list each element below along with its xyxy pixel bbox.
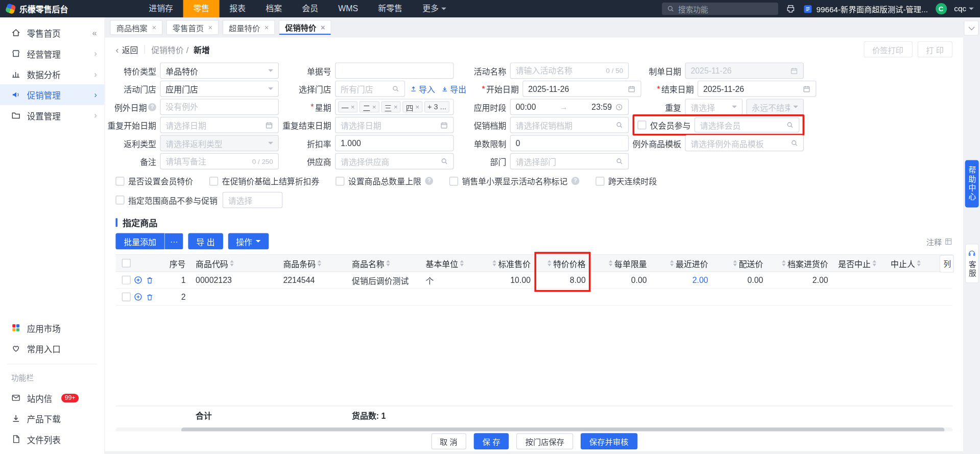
column-settings-button[interactable]: 列 bbox=[940, 255, 954, 272]
sort-icon[interactable] bbox=[917, 260, 920, 266]
export-button[interactable]: 导 出 bbox=[188, 233, 223, 250]
member-only-checkbox[interactable] bbox=[637, 121, 646, 129]
delete-row-icon[interactable] bbox=[146, 293, 154, 301]
member-picker[interactable]: 请选择会员 bbox=[695, 117, 800, 132]
sidebar-item-app-market[interactable]: 应用市场 bbox=[0, 318, 104, 338]
option-member-special[interactable]: 是否设置会员特价 bbox=[115, 175, 193, 187]
remove-icon[interactable]: × bbox=[351, 103, 355, 111]
order-limit-input[interactable] bbox=[516, 138, 624, 148]
col-special-price[interactable]: 特价价格 bbox=[536, 257, 591, 269]
doc-no-input[interactable] bbox=[341, 66, 448, 75]
remove-icon[interactable]: × bbox=[372, 103, 376, 111]
sidebar-item-downloads[interactable]: 产品下载 bbox=[0, 408, 104, 428]
company-selector[interactable]: 99664-新界面商超版测试-管理... bbox=[803, 3, 928, 15]
store-picker[interactable]: 所有门店 bbox=[335, 81, 405, 97]
sort-icon[interactable] bbox=[670, 260, 674, 266]
start-date-picker[interactable]: 2025-11-26 bbox=[522, 81, 641, 97]
sort-icon[interactable] bbox=[547, 260, 551, 266]
special-type-select[interactable]: 单品特价 bbox=[160, 62, 279, 79]
avatar[interactable]: C bbox=[936, 3, 947, 14]
sidebar-collapse-icon[interactable]: « bbox=[92, 28, 97, 37]
save-by-store-button[interactable]: 按门店保存 bbox=[517, 433, 573, 449]
checkbox[interactable] bbox=[115, 196, 124, 204]
sidebar-item-analytics[interactable]: 数据分析 › bbox=[0, 64, 104, 84]
sidebar-item-favorites[interactable]: 常用入口 bbox=[0, 338, 104, 359]
activity-store-select[interactable]: 应用门店 bbox=[160, 81, 279, 97]
col-barcode[interactable]: 商品条码 bbox=[278, 257, 347, 269]
remark-input[interactable] bbox=[165, 157, 249, 166]
help-center-button[interactable]: 帮助中心 bbox=[965, 160, 979, 207]
supplier-picker[interactable]: 请选择供应商 bbox=[335, 153, 454, 170]
note-toggle[interactable]: 注释 bbox=[926, 235, 952, 247]
sidebar-item-messages[interactable]: 站内信 99+ bbox=[0, 388, 104, 408]
weekday-more-tag[interactable]: + 3 ... bbox=[424, 101, 449, 112]
repeat-start-picker[interactable]: 请选择日期 bbox=[160, 117, 279, 133]
checkbox[interactable] bbox=[595, 177, 604, 185]
exception-template-picker[interactable]: 请选择例外商品模板 bbox=[685, 135, 804, 151]
checkbox[interactable] bbox=[209, 177, 218, 185]
exception-date-input[interactable] bbox=[165, 102, 273, 111]
batch-add-button[interactable]: 批量添加 bbox=[115, 233, 164, 250]
option-coupon-on-promo[interactable]: 在促销价基础上结算折扣券 bbox=[209, 175, 319, 187]
sort-icon[interactable] bbox=[609, 260, 612, 266]
sort-icon[interactable] bbox=[318, 260, 321, 266]
delete-row-icon[interactable] bbox=[146, 276, 154, 284]
sort-icon[interactable] bbox=[733, 260, 737, 266]
nav-item-more[interactable]: 更多 bbox=[413, 0, 457, 17]
option-qty-cap[interactable]: 设置商品总数量上限? bbox=[336, 175, 433, 187]
remove-icon[interactable]: × bbox=[415, 103, 419, 111]
import-link[interactable]: 导入 bbox=[410, 83, 435, 94]
discount-rate-input[interactable] bbox=[341, 138, 448, 148]
tab-list-button[interactable] bbox=[964, 20, 978, 35]
sidebar-item-settings[interactable]: 设置管理 › bbox=[0, 105, 104, 126]
repeat-end-picker[interactable]: 请选择日期 bbox=[335, 117, 454, 133]
rebate-type-select[interactable]: 请选择返利类型 bbox=[160, 135, 279, 151]
end-date-picker[interactable]: 2025-11-26 bbox=[698, 81, 817, 97]
table-row[interactable]: 2 bbox=[115, 289, 952, 305]
cell-special-price[interactable]: 8.00 bbox=[536, 275, 591, 284]
col-base-unit[interactable]: 基本单位 bbox=[421, 257, 479, 269]
sort-icon[interactable] bbox=[386, 260, 390, 266]
exclude-range-select[interactable]: 请选择 bbox=[223, 192, 282, 208]
app-logo[interactable]: 乐檬零售后台 bbox=[6, 3, 100, 15]
nav-item-newretail[interactable]: 新零售 bbox=[368, 0, 413, 17]
col-goods-code[interactable]: 商品代码 bbox=[190, 257, 278, 269]
tab-goods-archive[interactable]: 商品档案× bbox=[110, 20, 162, 35]
sort-icon[interactable] bbox=[460, 260, 464, 266]
col-archive-cost[interactable]: 档案进货价 bbox=[768, 257, 833, 269]
table-row[interactable]: 1 00002123 2214544 促销后调价测试 个 10.00 8.00 … bbox=[115, 272, 952, 289]
operate-button[interactable]: 操作 bbox=[228, 233, 269, 250]
back-button[interactable]: ‹ 返回 bbox=[115, 43, 138, 55]
sidebar-item-promotion[interactable]: 促销管理 › bbox=[0, 84, 104, 105]
nav-item-wms[interactable]: WMS bbox=[328, 0, 368, 17]
sidebar-item-files[interactable]: 文件列表 bbox=[0, 429, 104, 449]
weekday-multiselect[interactable]: 一× 二× 三× 四× + 3 ... bbox=[335, 99, 454, 115]
printer-icon[interactable] bbox=[785, 4, 796, 14]
price-tag-print-button[interactable]: 价签打印 bbox=[864, 41, 912, 58]
time-range-picker[interactable]: 00:00→23:59 bbox=[510, 99, 629, 115]
option-ticket-mark[interactable]: 销售单小票显示活动名称标记? bbox=[449, 175, 580, 187]
user-menu[interactable]: cqc bbox=[954, 5, 973, 13]
scrollbar-thumb[interactable] bbox=[181, 427, 944, 431]
col-suspended[interactable]: 是否中止 bbox=[833, 257, 886, 269]
col-seq[interactable]: 序号 bbox=[163, 257, 190, 269]
repeat-end-select[interactable]: 永远不结束 bbox=[746, 99, 804, 115]
add-row-icon[interactable] bbox=[134, 276, 142, 284]
checkbox[interactable] bbox=[115, 177, 124, 185]
sidebar-item-home[interactable]: 零售首页 « bbox=[0, 22, 104, 43]
col-latest-cost[interactable]: 最近进价 bbox=[652, 257, 713, 269]
checkbox[interactable] bbox=[336, 177, 344, 185]
option-cross-day[interactable]: 跨天连续时段 bbox=[595, 175, 657, 187]
col-goods-name[interactable]: 商品名称 bbox=[347, 257, 420, 269]
close-icon[interactable]: × bbox=[265, 23, 269, 32]
remove-icon[interactable]: × bbox=[394, 103, 398, 111]
tab-retail-home[interactable]: 零售首页× bbox=[166, 20, 219, 35]
save-and-audit-button[interactable]: 保存并审核 bbox=[581, 433, 637, 449]
close-icon[interactable]: × bbox=[208, 23, 213, 32]
nav-item-retail[interactable]: 零售 bbox=[183, 0, 220, 17]
global-search-input[interactable]: 搜索功能 bbox=[662, 3, 778, 15]
col-delivery-price[interactable]: 配送价 bbox=[713, 257, 768, 269]
select-all-checkbox[interactable] bbox=[122, 259, 131, 268]
export-link[interactable]: 导出 bbox=[441, 83, 466, 94]
sort-icon[interactable] bbox=[873, 260, 876, 266]
